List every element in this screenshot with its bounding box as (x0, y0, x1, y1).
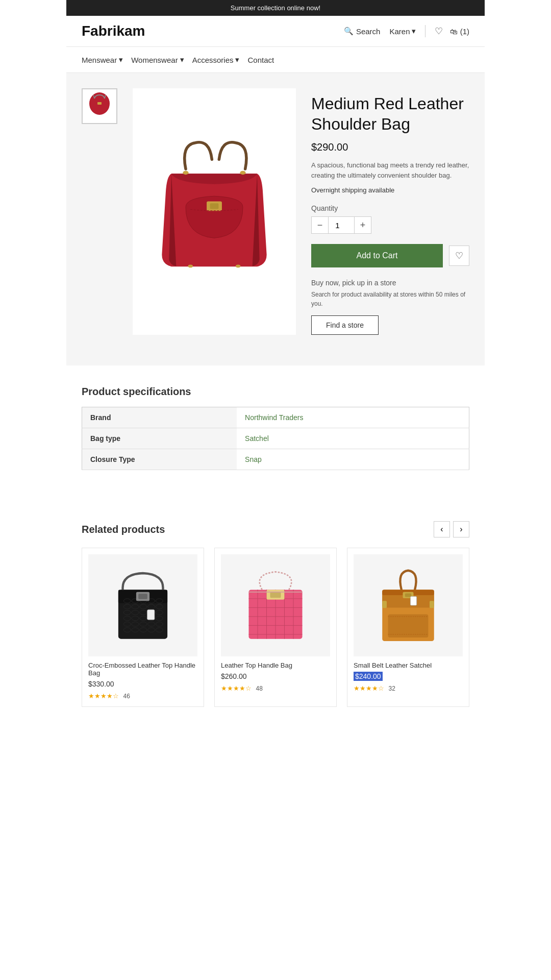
nav-contact-label: Contact (247, 56, 274, 64)
stars-icon: ★★★★☆ (88, 692, 119, 700)
related-product-2-stars: ★★★★☆ 48 (221, 683, 330, 693)
related-product-2-name: Leather Top Handle Bag (221, 662, 330, 669)
cart-count: (1) (460, 27, 469, 36)
nav-womenswear-label: Womenswear (131, 56, 178, 64)
nav-item-accessories[interactable]: Accessories ▾ (192, 52, 248, 67)
related-header: Related products ‹ › (82, 521, 469, 537)
related-product-1-price: $330.00 (88, 680, 197, 688)
add-to-cart-button[interactable]: Add to Cart (311, 244, 443, 267)
product-section: Medium Red Leather Shoulder Bag $290.00 … (66, 73, 485, 365)
spec-label-brand: Brand (82, 407, 237, 428)
svg-point-7 (240, 170, 245, 174)
bag-black-svg (107, 565, 179, 646)
add-to-cart-row: Add to Cart ♡ (311, 244, 469, 267)
search-icon: 🔍 (344, 27, 354, 36)
user-menu[interactable]: Karen ▾ (389, 27, 416, 36)
related-product-3-name: Small Belt Leather Satchel (354, 662, 463, 669)
search-label: Search (356, 27, 381, 36)
related-products-list: Croc-Embossed Leather Top Handle Bag $33… (82, 548, 469, 707)
header-right: 🔍 Search Karen ▾ ♡ 🛍 (1) (344, 25, 469, 37)
search-button[interactable]: 🔍 Search (344, 27, 381, 36)
svg-rect-5 (210, 203, 219, 209)
nav-item-menswear[interactable]: Menswear ▾ (82, 52, 131, 67)
nav-menswear-label: Menswear (82, 56, 117, 64)
product-description: A spacious, functional bag meets a trend… (311, 160, 469, 180)
chevron-down-icon: ▾ (235, 55, 239, 64)
spec-row-brand: Brand Northwind Traders (82, 407, 469, 428)
review-count: 46 (123, 693, 130, 700)
product-thumbnails (82, 88, 117, 335)
related-product-1-stars: ★★★★☆ 46 (88, 691, 197, 700)
svg-rect-61 (388, 615, 429, 638)
related-product-3-stars: ★★★★☆ 32 (354, 683, 463, 693)
quantity-input[interactable] (329, 216, 354, 234)
header-icons: ♡ 🛍 (1) (435, 26, 469, 37)
svg-rect-3 (97, 102, 102, 105)
svg-rect-57 (270, 592, 281, 598)
announcement-text: Summer collection online now! (231, 4, 320, 12)
thumbnail-svg (84, 91, 115, 121)
related-nav: ‹ › (434, 521, 469, 537)
spec-value-bagtype: Satchel (237, 428, 469, 449)
price-value: $260.00 (221, 672, 247, 680)
svg-rect-64 (405, 593, 411, 597)
price-highlighted: $240.00 (354, 672, 383, 681)
product-info: Medium Red Leather Shoulder Bag $290.00 … (311, 88, 469, 335)
store-pickup-label: Buy now, pick up in a store (311, 279, 469, 287)
logo[interactable]: Fabrikam (82, 23, 145, 39)
svg-rect-43 (138, 594, 147, 599)
bag-pink-svg (240, 565, 311, 646)
related-product-1-name: Croc-Embossed Leather Top Handle Bag (88, 662, 197, 677)
stars-icon: ★★★★☆ (221, 684, 252, 692)
spec-value-closure: Snap (237, 449, 469, 470)
related-prev-button[interactable]: ‹ (434, 521, 450, 537)
nav-item-contact[interactable]: Contact (247, 52, 282, 67)
nav-accessories-label: Accessories (192, 56, 234, 64)
spec-row-closure: Closure Type Snap (82, 449, 469, 470)
svg-point-6 (183, 170, 188, 174)
review-count: 32 (388, 685, 395, 692)
quantity-decrease-button[interactable]: − (311, 216, 329, 234)
related-product-1[interactable]: Croc-Embossed Leather Top Handle Bag $33… (82, 548, 204, 707)
specs-title: Product specifications (82, 386, 469, 398)
find-store-button[interactable]: Find a store (311, 315, 379, 335)
related-product-3-price: $240.00 (354, 672, 463, 680)
spec-label-closure: Closure Type (82, 449, 237, 470)
stars-icon: ★★★★☆ (354, 684, 384, 692)
related-product-3[interactable]: Small Belt Leather Satchel $240.00 ★★★★☆… (347, 548, 469, 707)
price-value: $330.00 (88, 680, 114, 688)
quantity-control: − + (311, 216, 469, 234)
quantity-label: Quantity (311, 204, 469, 212)
related-product-3-image (354, 554, 463, 656)
nav-item-womenswear[interactable]: Womenswear ▾ (131, 52, 192, 67)
chevron-down-icon: ▾ (119, 55, 123, 64)
add-to-wishlist-button[interactable]: ♡ (449, 246, 469, 266)
product-main-svg (143, 130, 286, 293)
cart-button[interactable]: 🛍 (1) (450, 27, 469, 36)
related-product-2-image (221, 554, 330, 656)
quantity-increase-button[interactable]: + (354, 216, 371, 234)
related-next-button[interactable]: › (453, 521, 469, 537)
svg-rect-44 (147, 610, 155, 620)
spec-label-bagtype: Bag type (82, 428, 237, 449)
product-thumbnail-1[interactable] (82, 88, 117, 124)
svg-rect-66 (430, 601, 434, 608)
specs-section: Product specifications Brand Northwind T… (66, 365, 485, 501)
specs-table: Brand Northwind Traders Bag type Satchel… (82, 407, 469, 470)
spec-value-brand: Northwind Traders (237, 407, 469, 428)
chevron-down-icon: ▾ (180, 55, 184, 64)
related-title: Related products (82, 524, 165, 535)
bag-orange-svg (372, 565, 444, 646)
store-search-text: Search for product availability at store… (311, 290, 469, 308)
user-name: Karen (389, 27, 410, 36)
wishlist-icon[interactable]: ♡ (435, 26, 443, 37)
related-product-2[interactable]: Leather Top Handle Bag $260.00 ★★★★☆ 48 (214, 548, 337, 707)
related-product-1-image (88, 554, 197, 656)
svg-point-9 (236, 264, 240, 267)
chevron-down-icon: ▾ (412, 27, 416, 36)
related-section: Related products ‹ › (66, 501, 485, 727)
review-count: 48 (256, 685, 262, 692)
product-main-image (133, 88, 296, 335)
header: Fabrikam 🔍 Search Karen ▾ ♡ 🛍 (1) (66, 16, 485, 47)
related-product-2-price: $260.00 (221, 672, 330, 680)
